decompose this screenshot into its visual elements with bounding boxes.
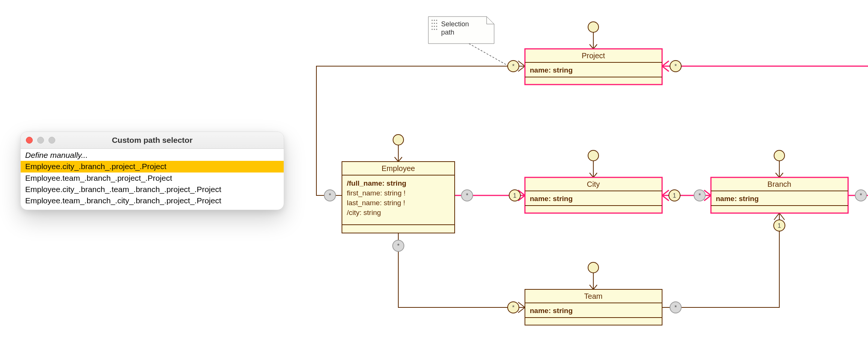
list-item[interactable]: Employee.team_.branch_.city_.branch_.pro… [21, 195, 284, 206]
svg-text:*: * [397, 243, 399, 249]
svg-point-10 [432, 29, 433, 30]
svg-text:*: * [466, 192, 468, 199]
class-team-attr0: name: string [530, 307, 573, 315]
svg-point-9 [436, 26, 437, 27]
svg-point-19 [774, 150, 785, 161]
note-line2: path [441, 29, 454, 36]
svg-point-21 [588, 262, 599, 273]
class-employee-attr0: first_name: string ! [347, 189, 405, 197]
class-city-name: City [587, 180, 600, 188]
mult-project-in-star: * [670, 61, 681, 72]
svg-text:1: 1 [513, 192, 517, 199]
note-line1: Selection [441, 20, 469, 28]
mult-team-out-star: * [670, 302, 681, 313]
svg-point-13 [588, 22, 599, 32]
svg-text:*: * [512, 63, 514, 70]
class-branch[interactable]: Branch name: string [711, 177, 848, 213]
uml-note: Selection path [428, 17, 494, 44]
assoc-employee-team [398, 233, 525, 307]
assoc-branch-project [662, 66, 868, 195]
svg-text:1: 1 [778, 222, 781, 229]
class-employee-name: Employee [382, 164, 415, 172]
svg-point-17 [588, 150, 599, 161]
lollipop-team [588, 262, 599, 289]
mult-project-left-star: * [508, 61, 519, 72]
class-project[interactable]: Project name: string [525, 49, 662, 85]
svg-text:1: 1 [673, 192, 676, 199]
class-employee-attr1: last_name: string ! [347, 199, 405, 207]
svg-point-11 [434, 29, 435, 30]
class-employee[interactable]: Employee /full_name: string first_name: … [342, 162, 455, 233]
svg-point-4 [432, 23, 433, 24]
note-connector [469, 44, 509, 66]
class-team-name: Team [584, 292, 603, 300]
lollipop-project [588, 22, 599, 49]
window-title: Custom path selector [21, 136, 284, 145]
list-item[interactable]: Employee.city_.branch_.team_.branch_.pro… [21, 184, 284, 195]
svg-text:*: * [699, 192, 701, 199]
svg-point-6 [436, 23, 437, 24]
class-project-attr0: name: string [530, 66, 573, 74]
mult-emp-out-star: * [324, 190, 336, 201]
svg-text:*: * [860, 192, 862, 199]
svg-text:*: * [674, 304, 677, 311]
svg-point-3 [436, 20, 437, 21]
svg-point-2 [434, 20, 435, 21]
window-titlebar[interactable]: Custom path selector [21, 132, 284, 149]
path-selector-window[interactable]: Custom path selector Define manually... … [20, 132, 284, 210]
list-item[interactable]: Employee.city_.branch_.project_.Project [21, 161, 284, 172]
svg-point-12 [436, 29, 437, 30]
mult-team-in-star: * [508, 302, 519, 313]
class-employee-attrb0: /full_name: string [347, 179, 406, 187]
svg-text:*: * [512, 304, 514, 311]
lollipop-branch [774, 150, 785, 177]
svg-point-15 [393, 135, 404, 145]
assoc-team-branch [662, 213, 779, 307]
svg-text:*: * [674, 63, 677, 70]
svg-point-8 [434, 26, 435, 27]
class-city[interactable]: City name: string [525, 177, 662, 213]
class-employee-attr2: /city: string [347, 209, 381, 216]
svg-text:*: * [329, 192, 331, 199]
svg-point-1 [432, 20, 433, 21]
class-branch-attr0: name: string [716, 195, 759, 203]
svg-point-5 [434, 23, 435, 24]
lollipop-employee [393, 135, 404, 162]
path-list[interactable]: Define manually... Employee.city_.branch… [21, 149, 284, 210]
mult-city-branch-1: 1 [669, 190, 680, 201]
mult-branch-bottom-1: 1 [774, 220, 785, 231]
svg-point-7 [432, 26, 433, 27]
lollipop-city [588, 150, 599, 177]
class-city-attr0: name: string [530, 195, 573, 203]
list-item[interactable]: Employee.team_.branch_.project_.Project [21, 172, 284, 184]
class-team[interactable]: Team name: string [525, 289, 662, 325]
class-project-name: Project [582, 51, 605, 60]
class-branch-name: Branch [767, 180, 791, 188]
mult-city-branch-star: * [694, 190, 705, 201]
mult-emp-team-star: * [393, 240, 404, 251]
mult-emp-city-1: 1 [509, 190, 520, 201]
mult-branch-out-star: * [855, 190, 866, 201]
mult-emp-city-star: * [461, 190, 473, 201]
list-item[interactable]: Define manually... [21, 150, 284, 161]
